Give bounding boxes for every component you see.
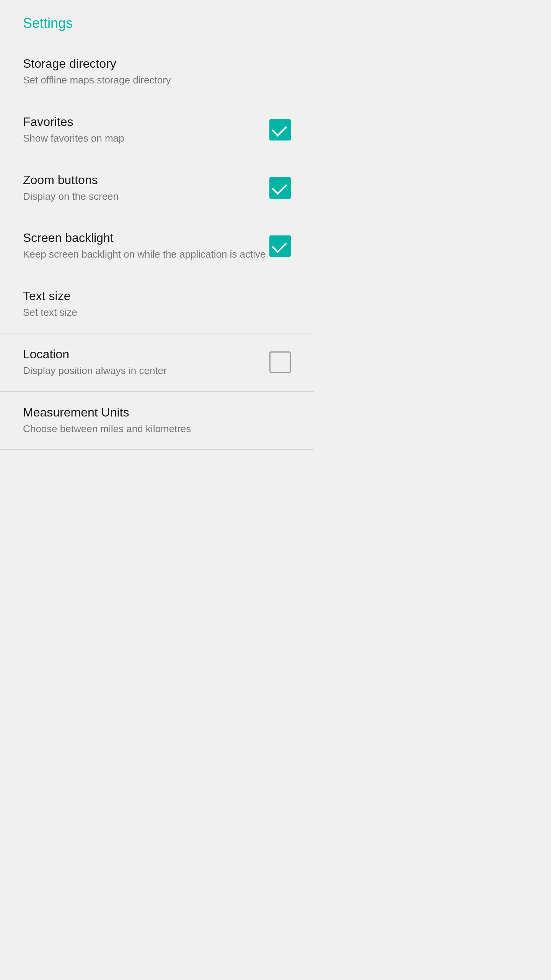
settings-item-text-size[interactable]: Text size Set text size [0,275,314,333]
settings-item-subtitle-favorites: Show favorites on map [23,132,269,145]
settings-item-title-favorites: Favorites [23,115,269,129]
settings-item-text: Text size Set text size [23,289,291,319]
settings-item-screen-backlight[interactable]: Screen backlight Keep screen backlight o… [0,217,314,275]
page-title: Settings [0,0,314,43]
settings-item-text: Screen backlight Keep screen backlight o… [23,231,269,261]
settings-item-storage-directory[interactable]: Storage directory Set offline maps stora… [0,43,314,101]
settings-item-subtitle-text-size: Set text size [23,306,291,319]
settings-item-subtitle-storage-directory: Set offline maps storage directory [23,74,291,87]
settings-item-title-measurement-units: Measurement Units [23,405,291,420]
favorites-checkbox[interactable] [269,119,291,140]
zoom-buttons-checkbox[interactable] [269,177,291,199]
settings-item-text: Location Display position always in cent… [23,347,269,377]
settings-item-favorites[interactable]: Favorites Show favorites on map [0,101,314,159]
settings-item-title-storage-directory: Storage directory [23,57,291,71]
location-checkbox[interactable] [269,351,291,373]
settings-item-text: Measurement Units Choose between miles a… [23,405,291,436]
settings-item-subtitle-zoom-buttons: Display on the screen [23,190,269,203]
settings-item-text: Storage directory Set offline maps stora… [23,57,291,87]
settings-item-location[interactable]: Location Display position always in cent… [0,333,314,392]
settings-item-title-text-size: Text size [23,289,291,303]
screen-backlight-checkbox[interactable] [269,235,291,257]
settings-item-title-screen-backlight: Screen backlight [23,231,269,245]
settings-item-title-zoom-buttons: Zoom buttons [23,173,269,187]
settings-item-text: Zoom buttons Display on the screen [23,173,269,203]
settings-item-subtitle-screen-backlight: Keep screen backlight on while the appli… [23,248,269,261]
settings-item-zoom-buttons[interactable]: Zoom buttons Display on the screen [0,159,314,217]
settings-item-subtitle-measurement-units: Choose between miles and kilometres [23,423,291,436]
settings-item-subtitle-location: Display position always in center [23,364,269,377]
settings-list: Storage directory Set offline maps stora… [0,43,314,450]
settings-item-text: Favorites Show favorites on map [23,115,269,145]
settings-item-title-location: Location [23,347,269,361]
settings-item-measurement-units[interactable]: Measurement Units Choose between miles a… [0,392,314,450]
